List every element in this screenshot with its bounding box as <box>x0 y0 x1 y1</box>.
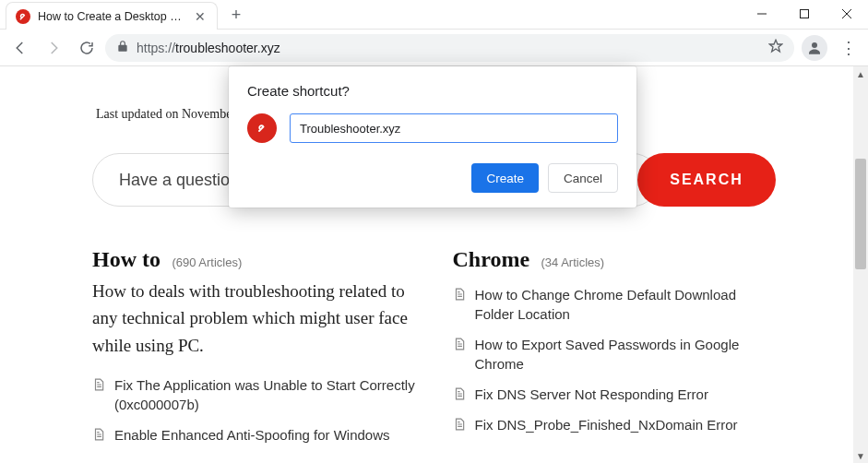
category-columns: How to (690 Articles) How to deals with … <box>92 247 776 456</box>
tab-title: How to Create a Desktop Shortcu <box>38 10 185 23</box>
list-item[interactable]: Fix DNS_Probe_Finished_NxDomain Error <box>453 415 777 434</box>
wrench-favicon <box>16 9 30 24</box>
cancel-button[interactable]: Cancel <box>548 163 618 193</box>
howto-column: How to (690 Articles) How to deals with … <box>92 247 416 456</box>
chrome-count: (34 Articles) <box>541 255 605 269</box>
document-icon <box>92 427 105 442</box>
url-text: https://troubleshooter.xyz <box>137 41 761 55</box>
chrome-column: Chrome (34 Articles) How to Change Chrom… <box>453 247 777 456</box>
list-item[interactable]: How to Export Saved Passwords in Google … <box>453 335 777 374</box>
chrome-list: How to Change Chrome Default Download Fo… <box>453 285 777 434</box>
window-minimize-button[interactable] <box>741 0 783 28</box>
document-icon <box>453 337 466 351</box>
shortcut-name-input[interactable] <box>290 113 618 143</box>
lock-icon <box>116 40 129 55</box>
window-maximize-button[interactable] <box>783 0 826 28</box>
back-button[interactable] <box>6 33 35 63</box>
profile-avatar[interactable] <box>802 35 827 61</box>
document-icon <box>453 287 466 302</box>
window-titlebar: How to Create a Desktop Shortcu ✕ + <box>0 0 868 30</box>
list-item[interactable]: Fix DNS Server Not Responding Error <box>453 385 777 404</box>
forward-button[interactable] <box>39 33 68 63</box>
svg-point-6 <box>812 42 817 48</box>
howto-count: (690 Articles) <box>172 255 242 269</box>
list-item[interactable]: Fix The Application was Unable to Start … <box>92 375 416 414</box>
scroll-down-button[interactable]: ▼ <box>853 448 868 463</box>
vertical-scrollbar[interactable]: ▲ ▼ <box>853 66 868 463</box>
browser-menu-button[interactable]: ⋮ <box>835 38 862 58</box>
wrench-app-icon <box>247 113 277 143</box>
document-icon <box>92 377 105 392</box>
browser-tab[interactable]: How to Create a Desktop Shortcu ✕ <box>6 2 218 30</box>
list-item[interactable]: How to Change Chrome Default Download Fo… <box>453 285 777 324</box>
scroll-up-button[interactable]: ▲ <box>853 66 868 81</box>
browser-toolbar: https://troubleshooter.xyz ⋮ <box>0 30 868 66</box>
new-tab-button[interactable]: + <box>223 2 249 28</box>
address-bar[interactable]: https://troubleshooter.xyz <box>105 34 794 62</box>
howto-list: Fix The Application was Unable to Start … <box>92 375 416 445</box>
dialog-title: Create shortcut? <box>247 83 618 99</box>
reload-button[interactable] <box>72 33 101 63</box>
window-controls <box>741 0 868 30</box>
document-icon <box>453 386 466 401</box>
search-placeholder: Have a question <box>119 171 239 190</box>
howto-heading[interactable]: How to <box>92 247 161 272</box>
search-button[interactable]: SEARCH <box>637 153 776 207</box>
window-close-button[interactable] <box>826 0 868 28</box>
howto-lead: How to deals with troubleshooting relate… <box>92 278 416 359</box>
scroll-thumb[interactable] <box>855 159 866 269</box>
create-shortcut-dialog: Create shortcut? Create Cancel <box>229 66 636 208</box>
tab-close-icon[interactable]: ✕ <box>193 9 208 24</box>
document-icon <box>453 417 466 432</box>
svg-marker-5 <box>769 40 781 52</box>
tab-strip: How to Create a Desktop Shortcu ✕ + <box>0 0 249 30</box>
bookmark-star-icon[interactable] <box>768 39 783 56</box>
create-button[interactable]: Create <box>471 163 539 193</box>
svg-rect-2 <box>801 10 809 18</box>
chrome-heading[interactable]: Chrome <box>453 247 530 272</box>
list-item[interactable]: Enable Enhanced Anti-Spoofing for Window… <box>92 425 416 445</box>
